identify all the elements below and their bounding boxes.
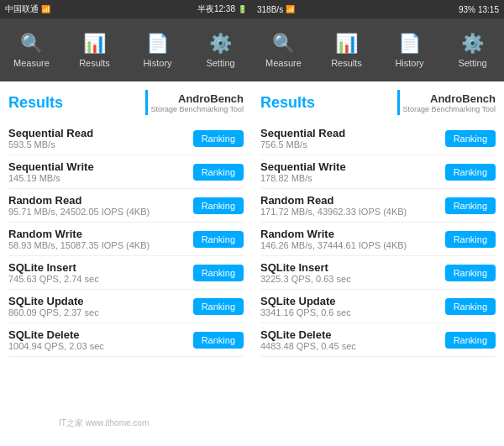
nav-history-left[interactable]: 📄 History bbox=[126, 18, 189, 81]
rand-write-info-right: Random Write 146.26 MB/s, 37444.61 IOPS … bbox=[260, 228, 407, 250]
speed-text-right: 318B/s bbox=[257, 5, 283, 14]
sqlite-insert-info-left: SQLite Insert 745.63 QPS, 2.74 sec bbox=[8, 261, 99, 284]
content-right: Results AndroBench Storage Benchmarking … bbox=[252, 81, 504, 446]
seq-read-name-left: Sequential Read bbox=[8, 127, 93, 139]
measure-icon-right: 🔍 bbox=[272, 33, 295, 55]
nav-setting-left[interactable]: ⚙️ Setting bbox=[189, 18, 252, 81]
signal-icon-left: 📶 bbox=[41, 5, 50, 13]
content-left: Results AndroBench Storage Benchmarking … bbox=[0, 81, 252, 446]
nav-measure-left[interactable]: 🔍 Measure bbox=[0, 18, 63, 81]
rand-write-value-left: 58.93 MB/s, 15087.35 IOPS (4KB) bbox=[8, 240, 150, 250]
seq-read-value-right: 756.5 MB/s bbox=[260, 139, 345, 150]
sqlite-insert-name-left: SQLite Insert bbox=[8, 261, 99, 274]
sqlite-update-name-left: SQLite Update bbox=[8, 295, 99, 307]
rand-read-info-right: Random Read 171.72 MB/s, 43962.33 IOPS (… bbox=[260, 194, 407, 217]
seq-read-ranking-left[interactable]: Ranking bbox=[193, 130, 244, 147]
rand-write-ranking-right[interactable]: Ranking bbox=[445, 231, 496, 248]
sqlite-insert-ranking-left[interactable]: Ranking bbox=[193, 265, 244, 281]
rand-write-value-right: 146.26 MB/s, 37444.61 IOPS (4KB) bbox=[260, 240, 407, 250]
logo-bar-right bbox=[397, 90, 400, 115]
setting-icon-right: ⚙️ bbox=[461, 33, 484, 55]
rand-write-info-left: Random Write 58.93 MB/s, 15087.35 IOPS (… bbox=[8, 228, 150, 250]
carrier-text-left: 中国联通 bbox=[5, 3, 39, 15]
nav-setting-right[interactable]: ⚙️ Setting bbox=[441, 18, 504, 81]
seq-write-value-right: 178.82 MB/s bbox=[260, 173, 346, 183]
androbench-logo-left: AndroBench Storage Benchmarking Tool bbox=[145, 90, 244, 115]
battery-icon-left: 🔋 bbox=[238, 5, 247, 13]
status-time-right: 93% 13:15 bbox=[459, 5, 499, 14]
row-seq-read-right: Sequential Read 756.5 MB/s Ranking bbox=[260, 122, 496, 155]
sqlite-delete-ranking-left[interactable]: Ranking bbox=[193, 332, 244, 349]
sqlite-insert-ranking-right[interactable]: Ranking bbox=[445, 265, 496, 281]
nav-bar-left: 🔍 Measure 📊 Results 📄 History ⚙️ Setting bbox=[0, 18, 252, 81]
rand-write-name-right: Random Write bbox=[260, 228, 407, 240]
sqlite-delete-ranking-right[interactable]: Ranking bbox=[445, 332, 496, 349]
seq-write-ranking-left[interactable]: Ranking bbox=[193, 164, 244, 181]
seq-read-name-right: Sequential Read bbox=[260, 127, 345, 139]
sqlite-delete-name-left: SQLite Delete bbox=[8, 328, 104, 341]
rand-read-ranking-left[interactable]: Ranking bbox=[193, 197, 244, 214]
nav-bar-right: 🔍 Measure 📊 Results 📄 History ⚙️ Setting bbox=[252, 18, 504, 81]
results-header-right: Results AndroBench Storage Benchmarking … bbox=[260, 90, 496, 115]
androbench-text-right: AndroBench Storage Benchmarking Tool bbox=[403, 92, 496, 113]
row-sqlite-insert-left: SQLite Insert 745.63 QPS, 2.74 sec Ranki… bbox=[8, 256, 244, 290]
seq-read-ranking-right[interactable]: Ranking bbox=[445, 130, 496, 147]
rand-read-info-left: Random Read 95.71 MB/s, 24502.05 IOPS (4… bbox=[8, 194, 150, 217]
seq-write-name-left: Sequential Write bbox=[8, 160, 94, 173]
setting-icon-left: ⚙️ bbox=[209, 33, 232, 55]
seq-write-ranking-right[interactable]: Ranking bbox=[445, 164, 496, 181]
sqlite-insert-info-right: SQLite Insert 3225.3 QPS, 0.63 sec bbox=[260, 261, 351, 284]
sqlite-insert-value-left: 745.63 QPS, 2.74 sec bbox=[8, 274, 99, 284]
history-icon-left: 📄 bbox=[146, 33, 169, 55]
history-icon-right: 📄 bbox=[398, 33, 421, 55]
androbench-sub-right: Storage Benchmarking Tool bbox=[403, 105, 496, 113]
row-seq-write-right: Sequential Write 178.82 MB/s Ranking bbox=[260, 155, 496, 189]
sqlite-update-value-left: 860.09 QPS, 2.37 sec bbox=[8, 307, 99, 317]
rand-write-name-left: Random Write bbox=[8, 228, 150, 240]
measure-icon-left: 🔍 bbox=[20, 33, 43, 55]
androbench-name-left: AndroBench bbox=[178, 92, 244, 105]
sqlite-insert-value-right: 3225.3 QPS, 0.63 sec bbox=[260, 274, 351, 284]
rand-read-ranking-right[interactable]: Ranking bbox=[445, 197, 496, 214]
history-label-right: History bbox=[395, 58, 423, 68]
seq-write-name-right: Sequential Write bbox=[260, 160, 346, 173]
rand-read-value-right: 171.72 MB/s, 43962.33 IOPS (4KB) bbox=[260, 207, 407, 217]
androbench-text-left: AndroBench Storage Benchmarking Tool bbox=[151, 92, 244, 113]
sqlite-update-info-right: SQLite Update 3341.16 QPS, 0.6 sec bbox=[260, 295, 351, 317]
seq-write-info-right: Sequential Write 178.82 MB/s bbox=[260, 160, 346, 183]
rand-write-ranking-left[interactable]: Ranking bbox=[193, 231, 244, 248]
rand-read-value-left: 95.71 MB/s, 24502.05 IOPS (4KB) bbox=[8, 207, 150, 217]
sqlite-delete-info-left: SQLite Delete 1004.94 QPS, 2.03 sec bbox=[8, 328, 104, 351]
status-bar-left: 中国联通 📶 半夜12:38 🔋 bbox=[0, 0, 252, 18]
sqlite-update-ranking-right[interactable]: Ranking bbox=[445, 298, 496, 315]
row-sqlite-update-left: SQLite Update 860.09 QPS, 2.37 sec Ranki… bbox=[8, 290, 244, 323]
row-rand-read-left: Random Read 95.71 MB/s, 24502.05 IOPS (4… bbox=[8, 189, 244, 223]
signal-icon-right: 📶 bbox=[286, 5, 295, 13]
sqlite-update-name-right: SQLite Update bbox=[260, 295, 351, 307]
nav-history-right[interactable]: 📄 History bbox=[378, 18, 441, 81]
measure-label-right: Measure bbox=[265, 58, 302, 68]
measure-label-left: Measure bbox=[13, 58, 50, 68]
sqlite-update-ranking-left[interactable]: Ranking bbox=[193, 298, 244, 315]
history-label-left: History bbox=[143, 58, 171, 68]
nav-results-left[interactable]: 📊 Results bbox=[63, 18, 126, 81]
status-carrier-right: 318B/s 📶 bbox=[257, 5, 295, 14]
sqlite-insert-name-right: SQLite Insert bbox=[260, 261, 351, 274]
row-seq-read-left: Sequential Read 593.5 MB/s Ranking bbox=[8, 122, 244, 155]
seq-write-value-left: 145.19 MB/s bbox=[8, 173, 94, 183]
androbench-sub-left: Storage Benchmarking Tool bbox=[151, 105, 244, 113]
sqlite-delete-value-right: 4483.48 QPS, 0.45 sec bbox=[260, 341, 356, 351]
setting-label-left: Setting bbox=[206, 58, 234, 68]
rand-read-name-right: Random Read bbox=[260, 194, 407, 207]
sqlite-update-info-left: SQLite Update 860.09 QPS, 2.37 sec bbox=[8, 295, 99, 317]
seq-read-info-left: Sequential Read 593.5 MB/s bbox=[8, 127, 93, 150]
row-seq-write-left: Sequential Write 145.19 MB/s Ranking bbox=[8, 155, 244, 189]
androbench-logo-right: AndroBench Storage Benchmarking Tool bbox=[397, 90, 496, 115]
nav-measure-right[interactable]: 🔍 Measure bbox=[252, 18, 315, 81]
sqlite-delete-value-left: 1004.94 QPS, 2.03 sec bbox=[8, 341, 104, 351]
results-title-right: Results bbox=[260, 94, 315, 112]
sqlite-update-value-right: 3341.16 QPS, 0.6 sec bbox=[260, 307, 351, 317]
battery-pct-right: 93% bbox=[459, 5, 475, 14]
nav-results-right[interactable]: 📊 Results bbox=[315, 18, 378, 81]
seq-write-info-left: Sequential Write 145.19 MB/s bbox=[8, 160, 94, 183]
